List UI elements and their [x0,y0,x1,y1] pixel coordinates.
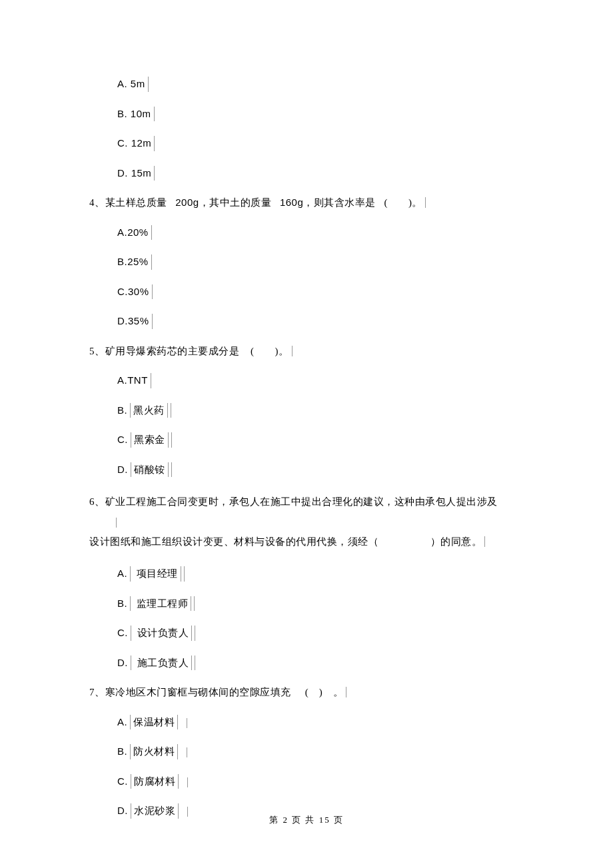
q4-stem: 4、某土样总质量 200g，其中土的质量 160g，则其含水率是 ( )。 [89,195,524,211]
q7-option-a: A. 保温材料 [89,715,524,730]
q5-option-c: C. 黑索金 [89,432,524,448]
q6-option-a-label: A. [117,566,131,582]
q7-option-b-label: B. [117,744,131,759]
q3-option-a-text: A. 5m [117,77,149,92]
q6-option-d-text: 施工负责人 [137,655,193,671]
q6-option-b-text: 监理工程师 [137,596,192,612]
q7-option-c-text: 防腐材料 [134,774,179,789]
q6-option-d: D. 施工负责人 [89,655,524,671]
q7-stem-prefix: 7、寒冷地区木门窗框与砌体间的空隙应填充 [89,687,291,697]
q7-option-a-label: A. [117,715,131,730]
q3-option-d: D. 15m [89,166,524,181]
q6-option-d-label: D. [117,655,131,671]
q5-option-c-label: C. [117,432,131,448]
q7-a-marker [184,718,187,728]
q5-stem-prefix: 5、矿用导爆索药芯的主要成分是 [89,346,239,356]
page-footer: 第 2 页 共 15 页 [0,813,613,827]
q4-option-b-text: B.25% [117,254,152,270]
q4-option-c-text: C.30% [117,284,153,300]
q6-option-c-label: C. [117,626,131,641]
q3-option-c-text: C. 12m [117,136,155,151]
q7-stem-suffix: ( ) 。 [305,687,347,697]
q7-c-marker [185,777,188,787]
q5-stem-suffix: ( )。 [251,346,293,356]
q5-option-d-text: 硝酸铵 [134,462,169,478]
q3-option-c: C. 12m [89,136,524,151]
q6-option-c-text: 设计负责人 [137,626,193,641]
q6-line1-marker [116,518,117,528]
q4-stem-prefix: 4、某土样总质量 [89,197,167,208]
q7-option-a-text: 保温材料 [133,715,178,730]
q7-b-marker [184,747,187,757]
q4-option-c: C.30% [89,284,524,300]
q3-option-b: B. 10m [89,107,524,122]
q6-option-a-text: 项目经理 [137,566,181,582]
q4-option-d-text: D.35% [117,314,153,329]
q3-option-a: A. 5m [89,77,524,92]
q7-stem: 7、寒冷地区木门窗框与砌体间的空隙应填充 ( ) 。 [89,685,524,700]
q7-option-b-text: 防火材料 [133,744,178,759]
q4-stem-mid1: 200g，其中土的质量 [175,197,271,208]
q4-option-b: B.25% [89,254,524,270]
q5-option-b-label: B. [117,403,131,418]
q5-option-b-text: 黑火药 [133,403,168,418]
q7-option-b: B. 防火材料 [89,744,524,759]
q6-stem: 6、矿业工程施工合同变更时，承包人在施工中提出合理化的建议，这种由承包人提出涉及… [89,492,524,552]
q7-option-c: C. 防腐材料 [89,774,524,789]
q4-option-a-text: A.20% [117,225,152,240]
q3-option-d-text: D. 15m [117,166,155,181]
q3-option-b-text: B. 10m [117,107,155,122]
q4-option-d: D.35% [89,314,524,329]
q6-option-b-label: B. [117,596,131,612]
q4-stem-mid2: 160g，则其含水率是 [280,197,376,208]
q7-option-c-label: C. [117,774,131,789]
q4-option-a: A.20% [89,225,524,240]
q4-stem-suffix: ( )。 [384,197,426,208]
q6-stem-line1: 6、矿业工程施工合同变更时，承包人在施工中提出合理化的建议，这种由承包人提出涉及 [89,496,498,507]
q5-option-b: B. 黑火药 [89,403,524,418]
q6-option-c: C. 设计负责人 [89,626,524,641]
q5-option-c-text: 黑索金 [134,432,169,448]
q6-stem-line2: 设计图纸和施工组织设计变更、材料与设备的代用代换，须经（ ）的同意。 [89,536,485,547]
q6-option-a: A. 项目经理 [89,566,524,582]
q5-option-a: A.TNT [89,373,524,388]
q5-option-a-text: A.TNT [117,373,151,388]
q6-option-b: B. 监理工程师 [89,596,524,612]
q5-option-d: D. 硝酸铵 [89,462,524,478]
q5-option-d-label: D. [117,462,131,478]
q5-stem: 5、矿用导爆索药芯的主要成分是 ( )。 [89,344,524,359]
